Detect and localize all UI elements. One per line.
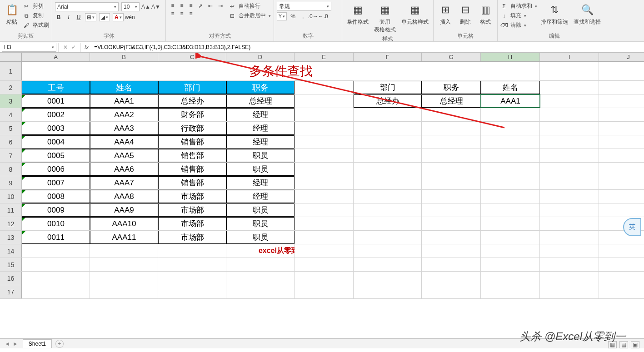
cell[interactable]	[354, 190, 422, 203]
phonetic-button[interactable]: wén	[126, 14, 134, 21]
add-sheet-button[interactable]: +	[55, 340, 64, 348]
bold-button[interactable]: B	[55, 14, 62, 21]
cell[interactable]: 经理	[226, 135, 295, 149]
row-header[interactable]: 15	[0, 258, 22, 271]
cell[interactable]: AAA1	[90, 94, 158, 108]
cell[interactable]: 经理	[226, 176, 295, 189]
cell[interactable]: 0005	[22, 149, 90, 162]
cell[interactable]	[599, 122, 644, 135]
cell[interactable]: 0009	[22, 203, 90, 217]
page-break-icon[interactable]: ▣	[631, 341, 639, 348]
cell[interactable]: 职员	[226, 163, 295, 176]
number-format-select[interactable]: 常规▾	[277, 2, 331, 11]
cell[interactable]: AAA2	[90, 108, 158, 121]
select-all-corner[interactable]	[0, 53, 22, 61]
cell[interactable]	[90, 244, 158, 258]
row-header[interactable]: 13	[0, 231, 22, 244]
cell[interactable]	[481, 176, 540, 189]
row-header[interactable]: 4	[0, 108, 22, 121]
cell[interactable]	[481, 272, 540, 285]
decrease-font-icon[interactable]: A▼	[152, 3, 160, 10]
cell[interactable]	[422, 176, 481, 189]
row-header[interactable]: 5	[0, 122, 22, 135]
cell[interactable]	[422, 217, 481, 230]
cell[interactable]: AAA9	[90, 203, 158, 217]
cell[interactable]	[540, 94, 599, 108]
comma-button[interactable]: ,	[300, 13, 307, 20]
cell[interactable]	[540, 108, 599, 121]
cell[interactable]: 0007	[22, 176, 90, 189]
cell[interactable]	[481, 203, 540, 217]
cell[interactable]	[599, 163, 644, 176]
format-painter-button[interactable]: 🖌格式刷	[23, 21, 49, 30]
align-bottom-icon[interactable]: ≡	[187, 2, 195, 9]
cell[interactable]	[540, 203, 599, 217]
cell[interactable]	[422, 285, 481, 298]
sheet-tab[interactable]: Sheet1	[23, 339, 52, 348]
format-button[interactable]: ▥格式	[476, 2, 494, 27]
row-header[interactable]: 17	[0, 285, 22, 298]
cell[interactable]: AAA6	[90, 163, 158, 176]
cell[interactable]	[481, 190, 540, 203]
cell[interactable]	[22, 272, 90, 285]
cell[interactable]	[599, 135, 644, 149]
cell[interactable]	[295, 203, 354, 217]
delete-button[interactable]: ⊟删除	[456, 2, 474, 27]
font-size-select[interactable]: 10▾	[121, 2, 140, 11]
cell[interactable]	[540, 62, 599, 80]
insert-button[interactable]: ⊞插入	[436, 2, 454, 27]
cell[interactable]: 0006	[22, 163, 90, 176]
cell[interactable]	[295, 94, 354, 108]
cell[interactable]	[158, 272, 226, 285]
cell[interactable]: 总经办	[158, 94, 226, 108]
autosum-button[interactable]: Σ自动求和▾	[500, 2, 537, 10]
column-header[interactable]: J	[599, 53, 644, 61]
cell[interactable]: 0010	[22, 217, 90, 230]
cell[interactable]	[295, 163, 354, 176]
cell[interactable]: 市场部	[158, 203, 226, 217]
cell[interactable]: excel从零到一	[226, 244, 295, 258]
percent-button[interactable]: %	[290, 13, 297, 20]
cell[interactable]	[295, 149, 354, 162]
row-header[interactable]: 8	[0, 163, 22, 176]
column-header[interactable]: I	[540, 53, 599, 61]
cell[interactable]	[295, 285, 354, 298]
cancel-formula-icon[interactable]: ✕	[63, 44, 68, 50]
cell[interactable]: 0002	[22, 108, 90, 121]
cell[interactable]	[295, 217, 354, 230]
row-header[interactable]: 3	[0, 94, 22, 108]
column-header[interactable]: E	[295, 53, 354, 61]
merge-center-button[interactable]: ⊟合并后居中▾	[229, 11, 271, 20]
cell[interactable]: 部门	[158, 81, 226, 94]
find-select-button[interactable]: 🔍查找和选择	[572, 2, 603, 27]
cell[interactable]	[599, 285, 644, 298]
align-middle-icon[interactable]: ≡	[178, 2, 186, 9]
title-cell[interactable]: 多条件查找	[22, 62, 540, 80]
cell[interactable]	[422, 244, 481, 258]
cell[interactable]	[599, 272, 644, 285]
column-header[interactable]: H	[481, 53, 540, 61]
row-header[interactable]: 9	[0, 176, 22, 189]
cell[interactable]	[422, 135, 481, 149]
cell[interactable]	[295, 108, 354, 121]
cell[interactable]: AAA11	[90, 231, 158, 244]
cell[interactable]	[354, 149, 422, 162]
cell[interactable]	[354, 258, 422, 271]
align-top-icon[interactable]: ≡	[169, 2, 177, 9]
cell[interactable]	[422, 258, 481, 271]
cell[interactable]: 总经办	[354, 94, 422, 108]
cell[interactable]: 行政部	[158, 122, 226, 135]
cell[interactable]	[540, 285, 599, 298]
cell[interactable]	[422, 272, 481, 285]
cell[interactable]: 0008	[22, 190, 90, 203]
cell[interactable]	[599, 149, 644, 162]
cell[interactable]	[354, 135, 422, 149]
tab-next-icon[interactable]: ►	[13, 341, 18, 347]
cell[interactable]: 经理	[226, 108, 295, 121]
font-color-button[interactable]: A▾	[113, 13, 124, 21]
cell[interactable]	[354, 203, 422, 217]
underline-button[interactable]: U	[75, 14, 82, 21]
cell[interactable]	[422, 108, 481, 121]
cell[interactable]	[481, 108, 540, 121]
cell[interactable]: 销售部	[158, 149, 226, 162]
